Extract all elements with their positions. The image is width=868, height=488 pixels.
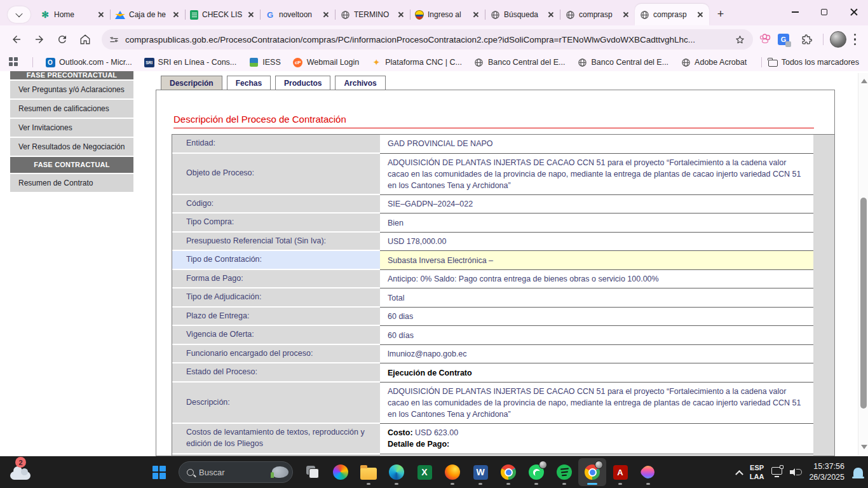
maximize-button[interactable] [810, 0, 839, 24]
taskbar-icon-file-explorer[interactable] [355, 458, 383, 486]
tab-productos[interactable]: Productos [275, 76, 330, 90]
tab-fechas[interactable]: Fechas [227, 76, 271, 90]
profile-overlay-avatar [539, 461, 547, 469]
taskbar-icon-excel[interactable]: X [410, 458, 438, 486]
paw-extension-icon[interactable] [759, 34, 771, 44]
row-label: Objeto de Proceso: [172, 154, 380, 195]
taskbar-icon-firefox[interactable] [438, 458, 466, 486]
taskbar-icon-word[interactable]: W [466, 458, 494, 486]
extensions-puzzle-icon[interactable] [796, 29, 817, 50]
row-label: Costos de levantamiento de textos, repro… [172, 424, 380, 454]
taskbar-search[interactable]: Buscar [179, 461, 293, 483]
table-row: Forma de Pago:Anticipo: 0% Saldo: Pago c… [172, 270, 834, 289]
notifications-bell-icon[interactable] [853, 468, 863, 477]
bookmark-label: Outlook.com - Micr... [59, 58, 132, 67]
new-tab-button[interactable]: + [712, 5, 729, 23]
row-value: ADQUISICIÓN DE PLANTAS INJERTAS DE CACAO… [380, 383, 813, 424]
forward-icon[interactable] [29, 29, 50, 50]
start-button[interactable] [145, 458, 173, 486]
browser-menu-icon[interactable] [854, 34, 857, 45]
clock[interactable]: 15:37:5626/3/2025 [809, 461, 844, 483]
running-indicator [367, 483, 370, 485]
hidden-icons-chevron-icon[interactable] [735, 470, 743, 478]
taskbar-icon-chrome[interactable] [494, 458, 522, 486]
scroll-up-arrow-icon[interactable] [861, 79, 867, 83]
taskbar-icon-spotify[interactable] [550, 458, 578, 486]
bookmark-favicon-globe-dark [681, 57, 691, 67]
weather-widget[interactable]: 2 [10, 462, 32, 482]
tab-title: TERMINO [354, 10, 393, 19]
network-icon[interactable] [771, 467, 782, 475]
language-indicator[interactable]: ESPLAA [750, 463, 764, 482]
bookmark-star-icon[interactable] [735, 34, 745, 45]
tab-close-icon[interactable] [696, 10, 705, 19]
running-indicator [646, 483, 650, 485]
bookmarks-list: OOutlook.com - Micr...SRISRI en Línea - … [45, 57, 747, 67]
browser-tab[interactable]: TERMINO [336, 4, 410, 25]
spotify-icon [557, 464, 572, 480]
address-bar[interactable]: compraspublicas.gob.ec/ProcesoContrataci… [102, 29, 753, 50]
browser-tab[interactable]: Gnoveltoon [261, 4, 335, 25]
bookmark-item[interactable]: IESS [248, 57, 281, 67]
bookmark-item[interactable]: OOutlook.com - Micr... [45, 57, 132, 67]
tab-close-icon[interactable] [546, 10, 555, 19]
sidebar-item[interactable]: Ver Invitaciones [10, 119, 133, 138]
close-button[interactable] [839, 0, 868, 24]
apps-grid-icon[interactable] [9, 57, 19, 67]
tab-close-icon[interactable] [471, 10, 480, 19]
taskbar-icon-paint[interactable] [634, 458, 662, 486]
bookmark-item[interactable]: SRISRI en Línea - Cons... [144, 57, 237, 67]
bookmark-item[interactable]: ✦Plataforma CNC | C... [371, 57, 462, 67]
tab-strip: ✻HomeCaja de heCHECK LISGnoveltoonTERMIN… [0, 0, 868, 25]
taskbar-icon-copilot[interactable] [327, 458, 355, 486]
sidebar-item[interactable]: Resumen de Contrato [10, 174, 133, 193]
taskbar-icon-whatsapp[interactable] [522, 458, 550, 486]
taskbar-icon-acrobat[interactable]: A [606, 458, 634, 486]
bookmark-item[interactable]: cPWebmail Login [293, 57, 359, 67]
tab-descripción[interactable]: Descripción [161, 76, 222, 90]
tab-close-icon[interactable] [621, 10, 630, 19]
table-row: Tipo de Contratación:Subasta Inversa Ele… [172, 251, 834, 270]
minimize-button[interactable] [780, 0, 810, 24]
bookmark-item[interactable]: Banco Central del E... [474, 57, 566, 67]
tab-close-icon[interactable] [397, 10, 405, 19]
home-flower-favicon: ✻ [40, 10, 50, 20]
bookmark-item[interactable]: Adobe Acrobat [681, 57, 747, 67]
browser-tab[interactable]: ✻Home [36, 4, 110, 25]
tab-close-icon[interactable] [97, 10, 105, 19]
scrollbar-thumb[interactable] [860, 198, 867, 409]
tab-close-icon[interactable] [172, 10, 180, 19]
all-bookmarks-button[interactable]: Todos los marcadores [768, 58, 859, 67]
browser-tab[interactable]: CHECK LIS [186, 4, 260, 25]
volume-icon[interactable] [790, 468, 801, 477]
browser-tab[interactable]: Caja de he [111, 4, 185, 25]
tab-close-icon[interactable] [322, 10, 330, 19]
translate-icon[interactable]: G [773, 29, 794, 50]
row-value: Total [380, 288, 813, 308]
sidebar-item[interactable]: Ver Resultados de Negociación [10, 138, 133, 157]
tab-search-button[interactable] [8, 6, 31, 23]
browser-tab[interactable]: comprasp [635, 4, 709, 25]
taskbar-icon-task-view[interactable] [299, 458, 327, 486]
bookmark-item[interactable]: Banco Central del E... [578, 57, 669, 67]
sidebar-item[interactable]: Resumen de calificaciones [10, 100, 133, 119]
back-icon[interactable] [6, 29, 27, 50]
browser-tab[interactable]: Búsqueda [485, 4, 560, 25]
row-label: Tipo Compra: [172, 214, 380, 233]
profile-avatar[interactable] [830, 31, 846, 48]
tab-close-icon[interactable] [247, 10, 255, 19]
scroll-down-arrow-icon[interactable] [861, 445, 867, 449]
taskbar-icon-chrome-profile[interactable] [578, 458, 606, 486]
sidebar-item[interactable]: Ver Preguntas y/ó Aclaraciones [10, 81, 133, 100]
tab-archivos[interactable]: Archivos [335, 76, 385, 90]
taskbar-icon-edge[interactable] [383, 458, 410, 486]
reload-icon[interactable] [52, 29, 72, 50]
bookmark-favicon-cpanel: cP [293, 57, 303, 67]
home-icon[interactable] [75, 29, 95, 50]
site-settings-icon[interactable] [109, 35, 119, 44]
browser-tab[interactable]: Ingreso al [410, 4, 485, 25]
tab-title: Ingreso al [428, 10, 468, 19]
url-text[interactable]: compraspublicas.gob.ec/ProcesoContrataci… [125, 35, 728, 44]
browser-tab[interactable]: comprasp [560, 4, 635, 25]
vertical-scrollbar[interactable] [858, 73, 868, 455]
